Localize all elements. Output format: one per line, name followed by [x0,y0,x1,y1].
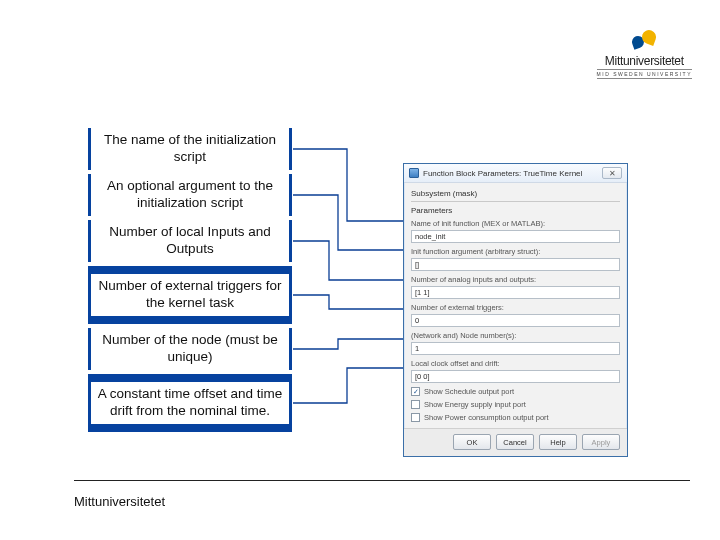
dialog-button-bar: OK Cancel Help Apply [404,428,627,456]
footer-rule [74,480,690,481]
checkbox-schedule[interactable]: ✓ [411,387,420,396]
parameters-heading: Parameters [411,206,620,215]
apply-button[interactable]: Apply [582,434,620,450]
checkbox-energy-row[interactable]: Show Energy supply input port [411,400,620,409]
subsystem-label: Subsystem (mask) [411,189,620,198]
footer-text: Mittuniversitetet [74,494,165,509]
input-analog-io[interactable]: [1 1] [411,286,620,299]
cancel-button[interactable]: Cancel [496,434,534,450]
checkbox-power-label: Show Power consumption output port [424,413,549,422]
help-button[interactable]: Help [539,434,577,450]
label-init-fn: Name of init function (MEX or MATLAB): [411,219,620,228]
label-triggers: Number of external triggers: [411,303,620,312]
dialog-icon [409,168,419,178]
input-init-arg[interactable]: [] [411,258,620,271]
callout-init-name: The name of the initialization script [88,128,292,170]
parameters-dialog: Function Block Parameters: TrueTime Kern… [403,163,628,457]
checkbox-energy[interactable] [411,400,420,409]
label-init-arg: Init function argument (arbitrary struct… [411,247,620,256]
label-node-num: (Network and) Node number(s): [411,331,620,340]
callout-clock-drift: A constant time offset and time drift fr… [88,374,292,432]
logo-mark-icon [630,30,658,52]
logo-subtitle: MID SWEDEN UNIVERSITY [597,69,692,79]
input-triggers[interactable]: 0 [411,314,620,327]
checkbox-power[interactable] [411,413,420,422]
checkbox-energy-label: Show Energy supply input port [424,400,526,409]
input-init-fn[interactable]: node_init [411,230,620,243]
checkbox-schedule-label: Show Schedule output port [424,387,514,396]
university-logo: Mittuniversitetet MID SWEDEN UNIVERSITY [597,30,692,79]
dialog-titlebar: Function Block Parameters: TrueTime Kern… [404,164,627,183]
callout-triggers: Number of external triggers for the kern… [88,266,292,324]
input-node-num[interactable]: 1 [411,342,620,355]
ok-button[interactable]: OK [453,434,491,450]
logo-name: Mittuniversitetet [597,54,692,68]
callout-io-count: Number of local Inputs and Outputs [88,220,292,262]
callout-init-arg: An optional argument to the initializati… [88,174,292,216]
checkbox-power-row[interactable]: Show Power consumption output port [411,413,620,422]
label-analog-io: Number of analog inputs and outputs: [411,275,620,284]
label-clock: Local clock offset and drift: [411,359,620,368]
callout-column: The name of the initialization script An… [88,128,292,432]
callout-node-number: Number of the node (must be unique) [88,328,292,370]
checkbox-schedule-row[interactable]: ✓ Show Schedule output port [411,387,620,396]
input-clock[interactable]: [0 0] [411,370,620,383]
close-button[interactable]: ✕ [602,167,622,179]
dialog-title: Function Block Parameters: TrueTime Kern… [423,169,582,178]
